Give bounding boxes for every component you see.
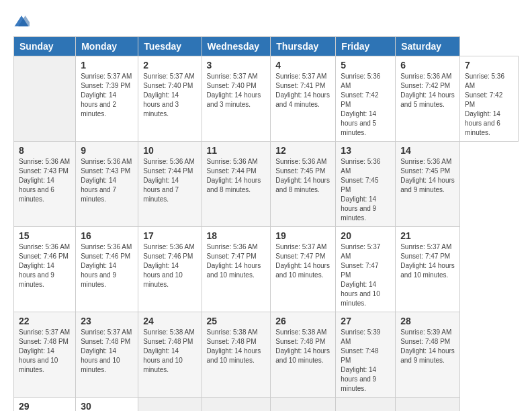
day-info: Sunrise: 5:38 AMSunset: 7:48 PMDaylight:…	[143, 328, 196, 375]
day-info: Sunrise: 5:37 AMSunset: 7:47 PMDaylight:…	[400, 242, 455, 280]
calendar-cell: 3Sunrise: 5:37 AMSunset: 7:40 PMDaylight…	[202, 56, 271, 142]
day-info: Sunrise: 5:36 AMSunset: 7:46 PMDaylight:…	[143, 242, 196, 289]
logo	[13, 13, 32, 30]
calendar-cell: 29Sunrise: 5:39 AMSunset: 7:49 PMDayligh…	[14, 398, 76, 412]
calendar-cell: 1Sunrise: 5:37 AMSunset: 7:39 PMDaylight…	[76, 56, 138, 142]
day-number: 29	[19, 401, 71, 411]
day-number: 9	[81, 145, 133, 156]
day-number: 16	[81, 230, 133, 241]
day-info: Sunrise: 5:37 AMSunset: 7:48 PMDaylight:…	[19, 328, 71, 375]
day-number: 18	[207, 230, 266, 241]
day-info: Sunrise: 5:37 AMSunset: 7:39 PMDaylight:…	[81, 72, 133, 119]
day-number: 4	[275, 60, 330, 71]
calendar-cell: 18Sunrise: 5:36 AMSunset: 7:47 PMDayligh…	[202, 227, 271, 312]
calendar-cell	[138, 398, 202, 412]
calendar-cell: 12Sunrise: 5:36 AMSunset: 7:45 PMDayligh…	[271, 142, 336, 227]
header-monday: Monday	[76, 37, 138, 56]
header-thursday: Thursday	[271, 37, 336, 56]
calendar-cell: 11Sunrise: 5:36 AMSunset: 7:44 PMDayligh…	[202, 142, 271, 227]
calendar-week-row: 1Sunrise: 5:37 AMSunset: 7:39 PMDaylight…	[14, 56, 519, 142]
calendar-week-row: 15Sunrise: 5:36 AMSunset: 7:46 PMDayligh…	[14, 227, 519, 312]
day-number: 20	[341, 230, 390, 241]
logo-icon	[13, 13, 30, 30]
calendar-cell: 13Sunrise: 5:36 AMSunset: 7:45 PMDayligh…	[336, 142, 396, 227]
day-info: Sunrise: 5:36 AMSunset: 7:44 PMDaylight:…	[143, 157, 196, 204]
day-info: Sunrise: 5:36 AMSunset: 7:45 PMDaylight:…	[341, 157, 390, 223]
day-info: Sunrise: 5:36 AMSunset: 7:46 PMDaylight:…	[81, 242, 133, 289]
calendar-cell: 15Sunrise: 5:36 AMSunset: 7:46 PMDayligh…	[14, 227, 76, 312]
day-number: 6	[400, 60, 455, 71]
calendar-week-row: 8Sunrise: 5:36 AMSunset: 7:43 PMDaylight…	[14, 142, 519, 227]
day-info: Sunrise: 5:37 AMSunset: 7:40 PMDaylight:…	[207, 72, 266, 109]
day-info: Sunrise: 5:36 AMSunset: 7:45 PMDaylight:…	[275, 157, 330, 195]
day-info: Sunrise: 5:36 AMSunset: 7:42 PMDaylight:…	[400, 72, 455, 109]
day-info: Sunrise: 5:37 AMSunset: 7:41 PMDaylight:…	[275, 72, 330, 109]
day-info: Sunrise: 5:36 AMSunset: 7:42 PMDaylight:…	[465, 72, 513, 138]
day-number: 12	[275, 145, 330, 156]
day-info: Sunrise: 5:36 AMSunset: 7:44 PMDaylight:…	[207, 157, 266, 195]
day-number: 21	[400, 230, 455, 241]
day-number: 2	[143, 60, 196, 71]
header-saturday: Saturday	[396, 37, 460, 56]
calendar-cell: 27Sunrise: 5:39 AMSunset: 7:48 PMDayligh…	[336, 312, 396, 398]
calendar-cell: 24Sunrise: 5:38 AMSunset: 7:48 PMDayligh…	[138, 312, 202, 398]
day-number: 24	[143, 316, 196, 326]
day-info: Sunrise: 5:36 AMSunset: 7:47 PMDaylight:…	[207, 242, 266, 280]
calendar-cell: 21Sunrise: 5:37 AMSunset: 7:47 PMDayligh…	[396, 227, 460, 312]
day-info: Sunrise: 5:37 AMSunset: 7:47 PMDaylight:…	[341, 242, 390, 308]
day-number: 23	[81, 316, 133, 326]
day-info: Sunrise: 5:36 AMSunset: 7:46 PMDaylight:…	[19, 242, 71, 289]
day-number: 13	[341, 145, 390, 156]
calendar-cell: 20Sunrise: 5:37 AMSunset: 7:47 PMDayligh…	[336, 227, 396, 312]
calendar-cell: 23Sunrise: 5:37 AMSunset: 7:48 PMDayligh…	[76, 312, 138, 398]
calendar-cell: 28Sunrise: 5:39 AMSunset: 7:48 PMDayligh…	[396, 312, 460, 398]
day-number: 11	[207, 145, 266, 156]
calendar-cell	[336, 398, 396, 412]
calendar-cell	[14, 56, 76, 142]
day-number: 15	[19, 230, 71, 241]
day-info: Sunrise: 5:38 AMSunset: 7:48 PMDaylight:…	[207, 328, 266, 365]
day-number: 26	[275, 316, 330, 326]
day-info: Sunrise: 5:36 AMSunset: 7:42 PMDaylight:…	[341, 72, 390, 138]
header-sunday: Sunday	[14, 37, 76, 56]
calendar-cell: 17Sunrise: 5:36 AMSunset: 7:46 PMDayligh…	[138, 227, 202, 312]
day-number: 5	[341, 60, 390, 71]
calendar-cell: 9Sunrise: 5:36 AMSunset: 7:43 PMDaylight…	[76, 142, 138, 227]
day-number: 10	[143, 145, 196, 156]
day-info: Sunrise: 5:37 AMSunset: 7:40 PMDaylight:…	[143, 72, 196, 119]
day-number: 17	[143, 230, 196, 241]
day-number: 1	[81, 60, 133, 71]
calendar-cell: 19Sunrise: 5:37 AMSunset: 7:47 PMDayligh…	[271, 227, 336, 312]
calendar-cell: 5Sunrise: 5:36 AMSunset: 7:42 PMDaylight…	[336, 56, 396, 142]
calendar-cell: 6Sunrise: 5:36 AMSunset: 7:42 PMDaylight…	[396, 56, 460, 142]
day-number: 7	[465, 60, 513, 71]
day-info: Sunrise: 5:39 AMSunset: 7:48 PMDaylight:…	[341, 328, 390, 394]
day-info: Sunrise: 5:37 AMSunset: 7:48 PMDaylight:…	[81, 328, 133, 375]
day-info: Sunrise: 5:37 AMSunset: 7:47 PMDaylight:…	[275, 242, 330, 280]
day-number: 19	[275, 230, 330, 241]
calendar-cell: 4Sunrise: 5:37 AMSunset: 7:41 PMDaylight…	[271, 56, 336, 142]
calendar-header-row: SundayMondayTuesdayWednesdayThursdayFrid…	[14, 37, 519, 56]
calendar-cell: 7Sunrise: 5:36 AMSunset: 7:42 PMDaylight…	[460, 56, 519, 142]
day-number: 22	[19, 316, 71, 326]
day-number: 3	[207, 60, 266, 71]
calendar-week-row: 22Sunrise: 5:37 AMSunset: 7:48 PMDayligh…	[14, 312, 519, 398]
day-info: Sunrise: 5:39 AMSunset: 7:48 PMDaylight:…	[400, 328, 455, 365]
header-wednesday: Wednesday	[202, 37, 271, 56]
calendar-cell	[271, 398, 336, 412]
calendar: SundayMondayTuesdayWednesdayThursdayFrid…	[13, 36, 519, 411]
calendar-cell: 26Sunrise: 5:38 AMSunset: 7:48 PMDayligh…	[271, 312, 336, 398]
calendar-cell: 22Sunrise: 5:37 AMSunset: 7:48 PMDayligh…	[14, 312, 76, 398]
calendar-cell: 2Sunrise: 5:37 AMSunset: 7:40 PMDaylight…	[138, 56, 202, 142]
day-number: 14	[400, 145, 455, 156]
page-header	[13, 13, 519, 30]
calendar-cell: 16Sunrise: 5:36 AMSunset: 7:46 PMDayligh…	[76, 227, 138, 312]
calendar-cell: 14Sunrise: 5:36 AMSunset: 7:45 PMDayligh…	[396, 142, 460, 227]
day-number: 30	[81, 401, 133, 411]
calendar-cell: 8Sunrise: 5:36 AMSunset: 7:43 PMDaylight…	[14, 142, 76, 227]
day-info: Sunrise: 5:38 AMSunset: 7:48 PMDaylight:…	[275, 328, 330, 365]
day-info: Sunrise: 5:36 AMSunset: 7:43 PMDaylight:…	[81, 157, 133, 204]
day-info: Sunrise: 5:36 AMSunset: 7:45 PMDaylight:…	[400, 157, 455, 195]
calendar-cell	[202, 398, 271, 412]
day-number: 25	[207, 316, 266, 326]
